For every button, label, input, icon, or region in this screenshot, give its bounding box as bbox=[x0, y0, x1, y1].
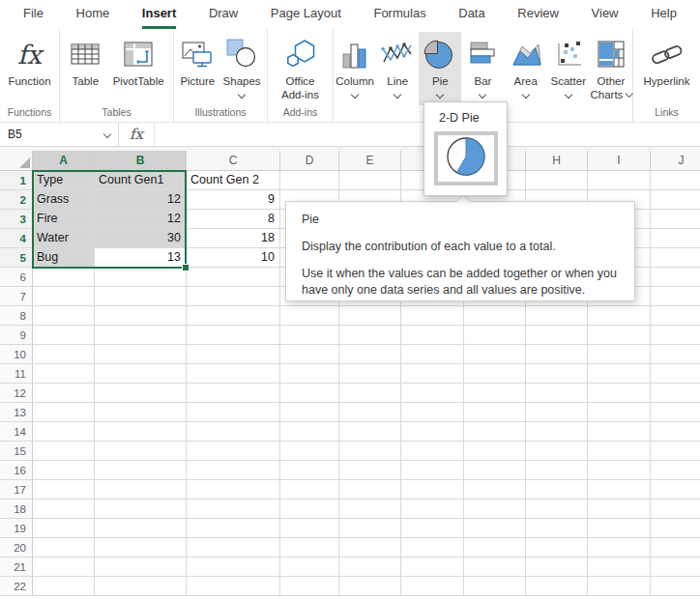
cell-G10[interactable] bbox=[464, 345, 526, 364]
cell-G17[interactable] bbox=[464, 480, 526, 499]
cell-H9[interactable] bbox=[526, 326, 588, 345]
cell-A5[interactable]: Bug bbox=[33, 248, 95, 268]
cell-C14[interactable] bbox=[187, 422, 280, 442]
cell-B22[interactable] bbox=[95, 577, 187, 596]
cell-H15[interactable] bbox=[526, 442, 588, 461]
cell-E21[interactable] bbox=[339, 557, 401, 577]
scatter-chart-button[interactable]: Scatter bbox=[547, 32, 590, 105]
cell-G14[interactable] bbox=[464, 422, 526, 442]
cell-J21[interactable] bbox=[651, 557, 700, 577]
cell-A22[interactable] bbox=[33, 577, 95, 596]
cell-B18[interactable] bbox=[95, 499, 187, 519]
cell-D11[interactable] bbox=[280, 364, 339, 384]
cell-A14[interactable] bbox=[33, 422, 95, 442]
tab-view[interactable]: View bbox=[592, 0, 619, 29]
cell-I17[interactable] bbox=[588, 480, 651, 499]
cell-A19[interactable] bbox=[33, 519, 95, 538]
cell-C7[interactable] bbox=[187, 287, 280, 306]
cell-D10[interactable] bbox=[280, 345, 339, 364]
cell-H1[interactable] bbox=[526, 171, 588, 190]
fill-handle[interactable] bbox=[183, 265, 189, 271]
cell-F9[interactable] bbox=[401, 326, 464, 345]
cell-E8[interactable] bbox=[339, 306, 401, 326]
tab-formulas[interactable]: Formulas bbox=[373, 0, 425, 29]
cell-G13[interactable] bbox=[464, 403, 526, 422]
cell-F21[interactable] bbox=[401, 557, 464, 577]
cell-J7[interactable] bbox=[651, 287, 700, 306]
row-header-5[interactable]: 5 bbox=[0, 248, 33, 268]
cell-B19[interactable] bbox=[95, 519, 187, 538]
cell-H18[interactable] bbox=[526, 499, 588, 519]
cell-J3[interactable] bbox=[651, 210, 700, 229]
office-addins-button[interactable]: Office Add-ins bbox=[279, 32, 321, 103]
row-header-21[interactable]: 21 bbox=[0, 557, 33, 577]
cell-D13[interactable] bbox=[280, 403, 339, 422]
cell-A4[interactable]: Water bbox=[33, 229, 95, 248]
cell-H13[interactable] bbox=[526, 403, 588, 422]
cell-F22[interactable] bbox=[401, 577, 464, 596]
cell-B15[interactable] bbox=[95, 442, 187, 461]
cell-J11[interactable] bbox=[651, 364, 700, 384]
cell-E20[interactable] bbox=[339, 538, 401, 557]
row-header-20[interactable]: 20 bbox=[0, 538, 33, 557]
cell-C1[interactable]: Count Gen 2 bbox=[187, 171, 280, 190]
cell-E9[interactable] bbox=[339, 326, 401, 345]
cell-J4[interactable] bbox=[651, 229, 700, 248]
cell-H16[interactable] bbox=[526, 461, 588, 480]
cell-I15[interactable] bbox=[588, 442, 651, 461]
row-header-18[interactable]: 18 bbox=[0, 499, 33, 519]
cell-I9[interactable] bbox=[588, 326, 651, 345]
row-header-12[interactable]: 12 bbox=[0, 384, 33, 403]
row-header-17[interactable]: 17 bbox=[0, 480, 33, 499]
cell-A9[interactable] bbox=[33, 326, 95, 345]
name-box[interactable]: B5 bbox=[0, 123, 119, 146]
cell-D15[interactable] bbox=[280, 442, 339, 461]
cell-J6[interactable] bbox=[651, 268, 700, 287]
cell-I19[interactable] bbox=[588, 519, 651, 538]
cell-B11[interactable] bbox=[95, 364, 187, 384]
row-header-3[interactable]: 3 bbox=[0, 210, 33, 229]
cell-B1[interactable]: Count Gen1 bbox=[95, 171, 187, 190]
row-header-11[interactable]: 11 bbox=[0, 364, 33, 384]
cell-I18[interactable] bbox=[588, 499, 651, 519]
column-chart-button[interactable]: Column bbox=[334, 32, 376, 105]
line-chart-button[interactable]: Line bbox=[376, 32, 419, 105]
cell-I22[interactable] bbox=[588, 577, 651, 596]
area-chart-button[interactable]: Area bbox=[505, 32, 547, 105]
cell-A13[interactable] bbox=[33, 403, 95, 422]
row-header-13[interactable]: 13 bbox=[0, 403, 33, 422]
row-header-19[interactable]: 19 bbox=[0, 519, 33, 538]
cell-C9[interactable] bbox=[187, 326, 280, 345]
column-header-A[interactable]: A bbox=[33, 151, 95, 171]
tab-page-layout[interactable]: Page Layout bbox=[271, 0, 341, 29]
cell-J12[interactable] bbox=[651, 384, 700, 403]
cell-J9[interactable] bbox=[651, 326, 700, 345]
cell-J16[interactable] bbox=[651, 461, 700, 480]
cell-D9[interactable] bbox=[280, 326, 339, 345]
cell-A15[interactable] bbox=[33, 442, 95, 461]
column-header-J[interactable]: J bbox=[651, 151, 700, 171]
cell-B5[interactable]: 13 bbox=[95, 248, 187, 268]
cell-E17[interactable] bbox=[339, 480, 401, 499]
cell-B21[interactable] bbox=[95, 557, 187, 577]
row-header-22[interactable]: 22 bbox=[0, 577, 33, 596]
cell-E16[interactable] bbox=[339, 461, 401, 480]
cell-D8[interactable] bbox=[280, 306, 339, 326]
cell-C6[interactable] bbox=[187, 268, 280, 287]
row-header-14[interactable]: 14 bbox=[0, 422, 33, 442]
cell-C12[interactable] bbox=[187, 384, 280, 403]
cell-D16[interactable] bbox=[280, 461, 339, 480]
cell-E13[interactable] bbox=[339, 403, 401, 422]
table-button[interactable]: Table bbox=[67, 32, 103, 90]
cell-B14[interactable] bbox=[95, 422, 187, 442]
insert-function-button[interactable]: fx bbox=[119, 123, 155, 146]
row-header-1[interactable]: 1 bbox=[0, 171, 33, 190]
cell-I11[interactable] bbox=[588, 364, 651, 384]
cell-H12[interactable] bbox=[526, 384, 588, 403]
cell-J8[interactable] bbox=[651, 306, 700, 326]
cell-C10[interactable] bbox=[187, 345, 280, 364]
pie-chart-button[interactable]: Pie bbox=[419, 32, 461, 105]
cell-A2[interactable]: Grass bbox=[33, 190, 95, 210]
cell-I10[interactable] bbox=[588, 345, 651, 364]
cell-A17[interactable] bbox=[33, 480, 95, 499]
